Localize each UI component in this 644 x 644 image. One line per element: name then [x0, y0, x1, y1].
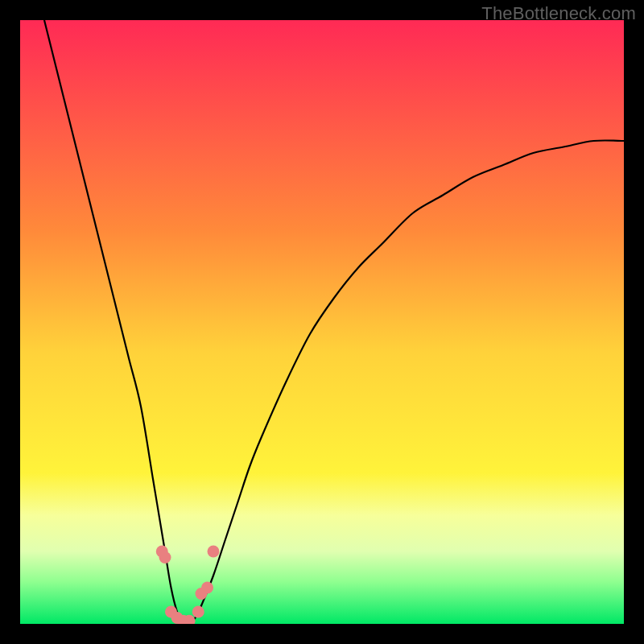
data-point	[208, 546, 220, 558]
data-point	[201, 582, 213, 594]
data-point	[192, 606, 204, 618]
chart-frame: TheBottleneck.com	[0, 0, 644, 644]
bottleneck-chart	[20, 20, 624, 624]
data-point	[159, 551, 171, 564]
gradient-background	[20, 20, 624, 624]
